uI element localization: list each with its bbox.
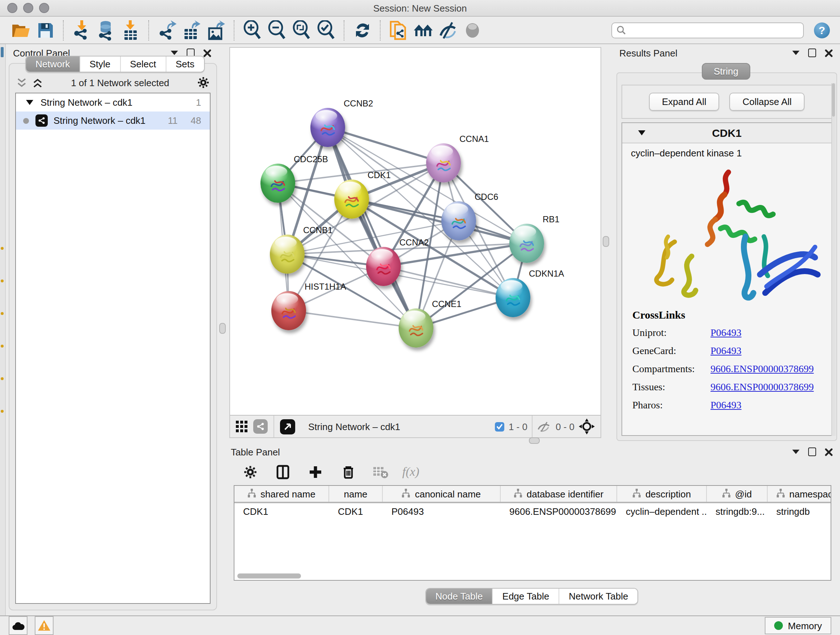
collapse-all-button[interactable]: Collapse All: [729, 93, 805, 111]
network-canvas[interactable]: CCNB2CCNA1CDC25BCDK1CDC6RB1CCNB1CCNA2CDK…: [229, 47, 601, 438]
panel-menu-icon[interactable]: [792, 450, 799, 454]
toolbar-search[interactable]: [611, 22, 804, 38]
tab-sets[interactable]: Sets: [165, 57, 204, 72]
panel-close-icon[interactable]: [825, 49, 833, 57]
zoom-in-icon[interactable]: [242, 20, 264, 40]
home-networks-icon[interactable]: [412, 20, 434, 40]
node-section-header[interactable]: CDK1: [622, 123, 831, 143]
eye-icon[interactable]: [462, 20, 483, 40]
left-splitter-grip[interactable]: [219, 323, 226, 334]
network-node-ccnb2[interactable]: [310, 108, 345, 147]
cell-namespace[interactable]: stringdb: [767, 503, 831, 519]
crosslink-value-link[interactable]: P06493: [711, 327, 742, 339]
network-options-gear-icon[interactable]: [197, 77, 209, 88]
network-node-cdc6[interactable]: [441, 201, 476, 241]
zoom-fit-icon[interactable]: [291, 20, 313, 40]
import-network-icon[interactable]: [71, 20, 93, 40]
crosslink-value-link[interactable]: P06493: [711, 345, 742, 357]
table-horizontal-scrollbar[interactable]: [237, 573, 301, 578]
export-network-icon[interactable]: [156, 20, 178, 40]
network-row[interactable]: String Network – cdk1 11 48: [16, 111, 210, 130]
network-collection-row[interactable]: String Network – cdk1 1: [16, 93, 210, 111]
tab-style[interactable]: Style: [79, 57, 120, 72]
tab-network[interactable]: Network: [26, 57, 79, 72]
save-session-icon[interactable]: [35, 20, 57, 40]
network-node-ccnb1[interactable]: [270, 234, 305, 274]
node-count: 11: [168, 115, 178, 126]
selected-nodes-checkbox-icon[interactable]: [495, 422, 504, 431]
network-edges: [230, 48, 600, 416]
import-table-icon[interactable]: [120, 20, 142, 40]
search-input[interactable]: [629, 24, 799, 36]
column-header-name[interactable]: name: [329, 486, 383, 502]
network-node-rb1[interactable]: [509, 224, 544, 263]
collection-expand-icon[interactable]: [26, 100, 33, 105]
crosslink-label: Compartments:: [632, 363, 711, 375]
cloud-button[interactable]: [9, 616, 27, 635]
export-image-icon[interactable]: [205, 20, 227, 40]
cell-database-identifier[interactable]: 9606.ENSP00000378699: [501, 503, 617, 519]
expand-all-icon[interactable]: [33, 78, 43, 87]
network-node-ccna2[interactable]: [366, 247, 401, 286]
column-header-namespace[interactable]: namespace: [767, 486, 831, 502]
network-node-hist1h1a[interactable]: [271, 291, 306, 330]
crosslink-value-link[interactable]: 9606.ENSP00000378699: [711, 382, 813, 393]
memory-button[interactable]: Memory: [765, 617, 831, 634]
results-scrollbar[interactable]: [831, 83, 836, 436]
network-node-cdkn1a[interactable]: [496, 278, 531, 317]
panel-menu-icon[interactable]: [792, 51, 799, 55]
network-share-view-icon[interactable]: [253, 419, 268, 434]
show-column-icon[interactable]: [272, 462, 294, 482]
tab-string[interactable]: String: [701, 63, 751, 80]
share-document-icon[interactable]: [388, 20, 409, 40]
hide-unhide-icon[interactable]: [437, 20, 459, 40]
zoom-out-icon[interactable]: [266, 20, 288, 40]
tab-network-table[interactable]: Network Table: [559, 589, 638, 604]
network-node-ccne1[interactable]: [399, 309, 433, 348]
panel-close-icon[interactable]: [825, 448, 833, 456]
birds-eye-view-icon[interactable]: [579, 418, 595, 434]
refresh-view-icon[interactable]: [352, 20, 373, 40]
table-options-gear-icon[interactable]: [240, 462, 261, 482]
help-button[interactable]: ?: [814, 22, 830, 38]
warnings-button[interactable]: [35, 616, 54, 635]
cell-shared-name[interactable]: CDK1: [234, 503, 329, 519]
crosslink-value-link[interactable]: 9606.ENSP00000378699: [711, 363, 813, 375]
cell-name[interactable]: CDK1: [329, 503, 383, 519]
expand-all-button[interactable]: Expand All: [649, 93, 720, 111]
network-node-ccna1[interactable]: [426, 143, 461, 182]
detach-view-icon[interactable]: [280, 419, 295, 434]
panel-menu-icon[interactable]: [171, 51, 178, 55]
network-edge: [328, 127, 416, 328]
export-table-icon[interactable]: [181, 20, 202, 40]
column-header-description[interactable]: description: [617, 486, 707, 502]
zoom-selected-icon[interactable]: [316, 20, 337, 40]
import-network-from-database-icon[interactable]: [95, 20, 117, 40]
network-node-cdc25b[interactable]: [261, 164, 295, 203]
grid-view-icon[interactable]: [236, 421, 248, 432]
column-header--id[interactable]: @id: [707, 486, 767, 502]
section-collapse-icon[interactable]: [638, 130, 645, 135]
right-splitter-grip[interactable]: [603, 236, 609, 247]
add-column-icon[interactable]: [305, 462, 326, 482]
panel-float-icon[interactable]: [808, 448, 816, 456]
network-node-cdk1[interactable]: [334, 180, 369, 219]
tab-edge-table[interactable]: Edge Table: [493, 589, 559, 604]
horizontal-splitter-grip[interactable]: [529, 437, 540, 444]
node-shine: [404, 310, 425, 322]
tab-node-table[interactable]: Node Table: [426, 589, 492, 604]
column-header-database-identifier[interactable]: database identifier: [501, 486, 617, 502]
column-header-canonical-name[interactable]: canonical name: [383, 486, 501, 502]
crosslink-value-link[interactable]: P06493: [711, 400, 742, 411]
network-view[interactable]: CCNB2CCNA1CDC25BCDK1CDC6RB1CCNB1CCNA2CDK…: [230, 48, 600, 416]
column-header-shared-name[interactable]: shared name: [234, 486, 329, 502]
tab-select[interactable]: Select: [120, 57, 165, 72]
panel-float-icon[interactable]: [808, 49, 816, 57]
open-session-icon[interactable]: [10, 20, 32, 40]
cell-description[interactable]: cyclin–dependent ...: [617, 503, 707, 519]
delete-column-icon[interactable]: [337, 462, 359, 482]
results-panel: Results Panel String Expand All Collapse…: [612, 44, 840, 444]
cell-canonical-name[interactable]: P06493: [383, 503, 501, 519]
cell--id[interactable]: stringdb:9...: [707, 503, 767, 519]
collapse-all-icon[interactable]: [17, 78, 27, 87]
